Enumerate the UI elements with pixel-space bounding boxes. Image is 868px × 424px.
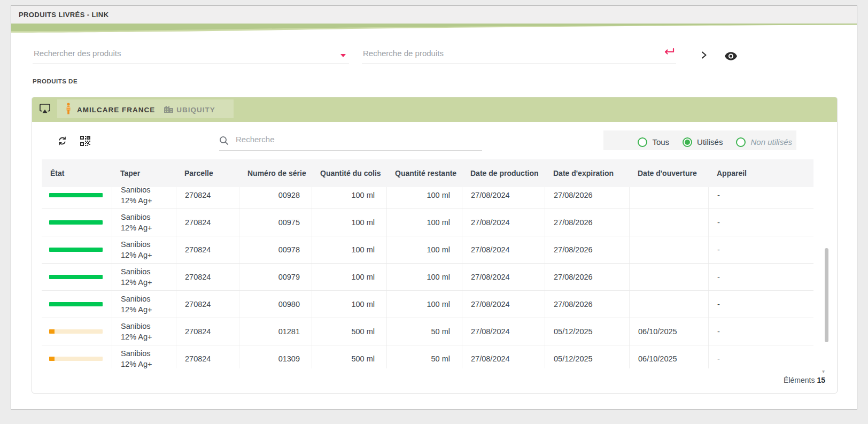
product-dropdown-input[interactable] <box>33 46 349 64</box>
opening-date-cell <box>629 209 708 236</box>
radio-tous[interactable]: Tous <box>638 137 669 147</box>
remaining-qty-cell: 50 ml <box>386 345 462 368</box>
column-header: Taper <box>112 159 176 187</box>
radio-utilises[interactable]: Utilisés <box>683 137 723 147</box>
production-date-cell: 27/08/2024 <box>462 345 545 368</box>
table-toolbar: Tous Utilisés Non utilisés <box>32 122 837 159</box>
table-row[interactable]: Sanibios 12% Ag+ 270824 00979 100 ml 100… <box>42 264 813 291</box>
table-row[interactable]: Sanibios 12% Ag+ 270824 00978 100 ml 100… <box>42 236 813 264</box>
column-header: Numéro de série <box>239 159 312 187</box>
parcelle-cell: 270824 <box>176 345 239 368</box>
building-icon <box>164 104 174 115</box>
person-icon <box>65 103 72 117</box>
package-qty-cell: 500 ml <box>312 318 386 345</box>
parcelle-cell: 270824 <box>176 318 239 345</box>
remaining-qty-cell: 100 ml <box>386 187 462 209</box>
column-header: État <box>42 159 112 187</box>
remaining-qty-cell: 50 ml <box>386 318 462 345</box>
table-scrollbar-thumb[interactable] <box>825 248 828 342</box>
status-cell <box>42 264 112 290</box>
production-date-cell: 27/08/2024 <box>462 291 545 318</box>
package-qty-cell: 100 ml <box>312 236 386 263</box>
opening-date-cell: 06/10/2025 <box>629 345 708 368</box>
radio-non-utilises[interactable]: Non utilisés <box>736 137 792 147</box>
table-row[interactable]: Sanibios 12% Ag+ 270824 00928 100 ml 100… <box>42 187 813 209</box>
serial-cell: 01281 <box>239 318 312 345</box>
status-cell <box>42 318 112 345</box>
supplier-tab-ubiquity[interactable]: UBIQUITY <box>176 106 215 114</box>
dropdown-caret-icon[interactable] <box>340 54 346 57</box>
expiration-date-cell: 05/12/2025 <box>545 345 629 368</box>
column-header: Quantité du colis <box>312 159 386 187</box>
type-cell: Sanibios 12% Ag+ <box>112 318 176 345</box>
opening-date-cell <box>629 236 708 263</box>
search-icon <box>219 136 229 145</box>
product-search-input[interactable] <box>362 46 676 64</box>
status-bar <box>49 329 103 334</box>
table-row[interactable]: Sanibios 12% Ag+ 270824 00975 100 ml 100… <box>42 209 813 236</box>
status-bar <box>49 302 103 306</box>
serial-cell: 00980 <box>239 291 312 318</box>
type-cell: Sanibios 12% Ag+ <box>112 209 176 236</box>
production-date-cell: 27/08/2024 <box>462 209 545 236</box>
table-row[interactable]: Sanibios 12% Ag+ 270824 00980 100 ml 100… <box>42 291 813 318</box>
type-cell: Sanibios 12% Ag+ <box>112 236 176 263</box>
table-search-input[interactable] <box>229 135 482 146</box>
type-cell: Sanibios 12% Ag+ <box>112 264 176 290</box>
status-bar <box>49 220 103 225</box>
items-count: Éléments15 <box>784 376 825 384</box>
enter-return-icon[interactable] <box>662 48 675 58</box>
status-cell <box>42 187 112 209</box>
refresh-icon[interactable] <box>57 136 67 148</box>
usage-filter-group: Tous Utilisés Non utilisés <box>603 130 796 150</box>
status-cell <box>42 345 112 368</box>
production-date-cell: 27/08/2024 <box>462 318 545 345</box>
remaining-qty-cell: 100 ml <box>386 291 462 318</box>
device-cell: - <box>708 236 813 263</box>
radio-circle-icon <box>638 137 647 147</box>
supplier-banner: AMILCARE FRANCE UBIQUITY <box>32 97 837 122</box>
items-count-value: 15 <box>817 376 825 384</box>
cast-screen-icon[interactable] <box>39 103 51 116</box>
product-search-field <box>362 46 676 64</box>
table-header: ÉtatTaperParcelleNuméro de sérieQuantité… <box>42 159 813 187</box>
parcelle-cell: 270824 <box>176 187 239 209</box>
status-bar <box>49 275 103 279</box>
serial-cell: 00975 <box>239 209 312 236</box>
column-header: Date d'ouverture <box>629 159 708 187</box>
table-row[interactable]: Sanibios 12% Ag+ 270824 01281 500 ml 50 … <box>42 318 813 345</box>
parcelle-cell: 270824 <box>176 209 239 236</box>
type-cell: Sanibios 12% Ag+ <box>112 187 176 209</box>
scroll-down-caret-icon[interactable]: ▾ <box>822 369 825 374</box>
column-header: Date de production <box>462 159 545 187</box>
expiration-date-cell: 05/12/2025 <box>545 318 629 345</box>
radio-circle-icon <box>683 137 692 147</box>
column-header: Parcelle <box>176 159 239 187</box>
serial-cell: 00979 <box>239 264 312 290</box>
chevron-right-icon[interactable] <box>699 50 709 62</box>
expiration-date-cell: 27/08/2026 <box>545 209 629 236</box>
package-qty-cell: 100 ml <box>312 264 386 290</box>
expiration-date-cell: 27/08/2026 <box>545 236 629 263</box>
table-row[interactable]: Sanibios 12% Ag+ 270824 01309 500 ml 50 … <box>42 345 813 368</box>
package-qty-cell: 100 ml <box>312 187 386 209</box>
package-qty-cell: 100 ml <box>312 209 386 236</box>
supplier-tab-amilcare[interactable]: AMILCARE FRANCE <box>77 106 155 114</box>
package-qty-cell: 500 ml <box>312 345 386 368</box>
package-qty-cell: 100 ml <box>312 291 386 318</box>
products-panel: AMILCARE FRANCE UBIQUITY <box>32 97 838 394</box>
section-label: PRODUITS DE <box>33 78 857 84</box>
qr-code-icon[interactable] <box>80 136 90 148</box>
expiration-date-cell: 27/08/2026 <box>545 291 629 318</box>
production-date-cell: 27/08/2024 <box>462 236 545 263</box>
status-cell <box>42 236 112 263</box>
expiration-date-cell: 27/08/2026 <box>545 187 629 209</box>
remaining-qty-cell: 100 ml <box>386 236 462 263</box>
eye-visibility-icon[interactable] <box>725 52 737 63</box>
serial-cell: 01309 <box>239 345 312 368</box>
production-date-cell: 27/08/2024 <box>462 187 545 209</box>
parcelle-cell: 270824 <box>176 291 239 318</box>
radio-circle-icon <box>736 137 746 147</box>
filters-row <box>33 46 835 64</box>
green-swoosh-decoration <box>11 24 857 33</box>
